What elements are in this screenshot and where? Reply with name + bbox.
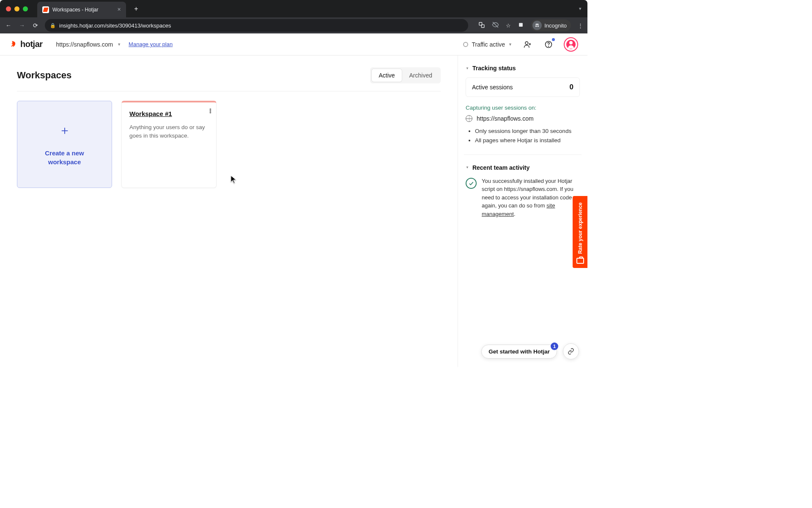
new-tab-button[interactable]: +	[130, 3, 142, 15]
window-close[interactable]	[6, 6, 11, 11]
translate-icon[interactable]	[478, 22, 485, 30]
help-badge-dot	[552, 38, 555, 41]
list-item: All pages where Hotjar is installed	[475, 136, 580, 145]
url-text: insights.hotjar.com/sites/3090413/worksp…	[59, 22, 171, 29]
active-sessions-stat: Active sessions 0	[466, 77, 580, 97]
tab-title: Workspaces - Hotjar	[52, 7, 98, 13]
workspace-filter-tabs: Active Archived	[370, 67, 441, 83]
capturing-site: https://snapflows.com	[466, 115, 580, 122]
manage-plan-link[interactable]: Manage your plan	[129, 41, 173, 47]
traffic-status[interactable]: Traffic active ▼	[463, 41, 512, 48]
check-circle-icon	[466, 178, 477, 189]
eye-off-icon[interactable]	[492, 21, 499, 30]
plus-icon: ＋	[59, 122, 71, 138]
bookmark-star-icon[interactable]: ☆	[506, 22, 511, 29]
pulse-icon	[463, 42, 468, 47]
create-label-line2: workspace	[48, 158, 81, 166]
chevron-down-icon: ▼	[508, 42, 512, 47]
recent-activity-heading[interactable]: ▼ Recent team activity	[466, 164, 580, 171]
browser-tab[interactable]: Workspaces - Hotjar ✕	[37, 2, 126, 18]
list-item: Only sessions longer than 30 seconds	[475, 127, 580, 135]
address-bar[interactable]: 🔒 insights.hotjar.com/sites/3090413/work…	[45, 19, 468, 32]
incognito-icon	[532, 21, 542, 30]
sidebar: ▼ Tracking status Active sessions 0 Capt…	[458, 55, 587, 367]
capturing-site-url: https://snapflows.com	[477, 115, 534, 122]
lock-icon: 🔒	[50, 23, 56, 28]
activity-text: You successfully installed your Hotjar s…	[482, 177, 580, 218]
svg-point-4	[535, 25, 537, 27]
hotjar-logo[interactable]: hotjar	[9, 39, 43, 49]
browser-toolbar: ← → ⟳ 🔒 insights.hotjar.com/sites/309041…	[0, 17, 587, 33]
workspace-title[interactable]: Workspace #1	[129, 110, 208, 117]
workspace-desc: Anything your users do or say goes in th…	[129, 123, 208, 140]
nav-back-icon[interactable]: ←	[4, 22, 13, 29]
rate-experience-tab[interactable]: Rate your experience	[573, 196, 587, 268]
incognito-label: Incognito	[544, 22, 567, 29]
browser-tab-strip: Workspaces - Hotjar ✕ + ▾	[0, 0, 587, 17]
svg-point-5	[538, 25, 539, 27]
help-button[interactable]	[543, 39, 554, 50]
collapse-triangle-icon: ▼	[466, 166, 469, 169]
flame-icon	[9, 40, 18, 49]
tracking-status-heading[interactable]: ▼ Tracking status	[466, 65, 580, 72]
svg-point-6	[525, 41, 528, 44]
invite-user-button[interactable]	[521, 39, 533, 50]
copy-link-button[interactable]	[563, 343, 579, 359]
notification-badge: 1	[551, 342, 558, 350]
workspace-card[interactable]: ••• Workspace #1 Anything your users do …	[121, 101, 217, 188]
svg-rect-3	[519, 23, 523, 27]
browser-menu-icon[interactable]: ⋮	[578, 22, 583, 29]
tab-overflow-icon[interactable]: ▾	[579, 6, 582, 11]
page-title: Workspaces	[17, 70, 71, 81]
incognito-indicator[interactable]: Incognito	[531, 19, 571, 31]
rate-label: Rate your experience	[577, 202, 583, 254]
traffic-label: Traffic active	[472, 41, 505, 48]
get-started-label: Get started with Hotjar	[488, 348, 550, 355]
capture-rules-list: Only sessions longer than 30 seconds All…	[475, 127, 580, 145]
window-minimize[interactable]	[14, 6, 19, 11]
get-started-button[interactable]: Get started with Hotjar 1	[481, 345, 557, 359]
logo-text: hotjar	[20, 39, 43, 49]
create-label-line1: Create a new	[45, 149, 84, 157]
user-avatar[interactable]	[564, 37, 578, 52]
tab-archived[interactable]: Archived	[403, 69, 439, 82]
feedback-icon	[576, 258, 584, 264]
capturing-label: Capturing user sessions on:	[466, 105, 580, 111]
extensions-icon[interactable]	[518, 22, 524, 29]
workspace-menu-icon[interactable]: •••	[209, 108, 211, 113]
nav-reload-icon[interactable]: ⟳	[31, 22, 40, 29]
globe-icon	[466, 115, 472, 122]
window-zoom[interactable]	[23, 6, 28, 11]
window-traffic-lights[interactable]	[6, 6, 28, 11]
app-header: hotjar https://snapflows.com ▼ Manage yo…	[0, 33, 587, 55]
activity-item: You successfully installed your Hotjar s…	[466, 177, 580, 218]
nav-forward-icon: →	[18, 22, 26, 29]
active-sessions-label: Active sessions	[472, 84, 513, 91]
create-workspace-card[interactable]: ＋ Create a new workspace	[17, 101, 112, 188]
svg-point-10	[549, 46, 549, 46]
site-selector[interactable]: https://snapflows.com ▼	[56, 41, 121, 48]
active-sessions-value: 0	[570, 83, 573, 91]
collapse-triangle-icon: ▼	[466, 66, 469, 70]
tab-favicon	[42, 6, 49, 13]
tab-active[interactable]: Active	[372, 69, 401, 82]
site-selector-label: https://snapflows.com	[56, 41, 113, 48]
chevron-down-icon: ▼	[117, 42, 121, 47]
tab-close-icon[interactable]: ✕	[117, 7, 121, 12]
